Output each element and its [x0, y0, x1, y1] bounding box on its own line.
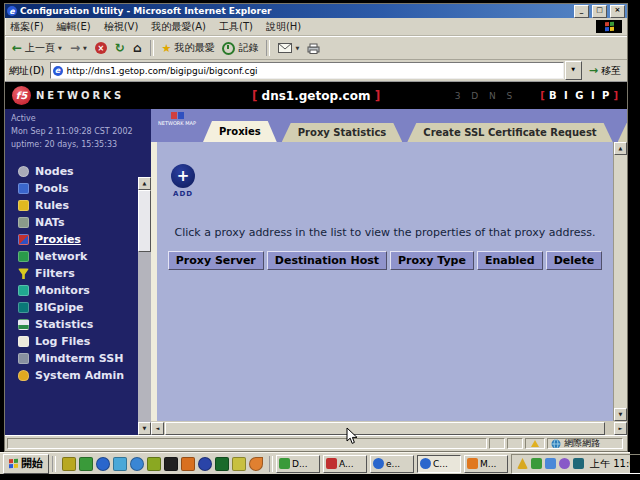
sidebar-item-nodes[interactable]: Nodes [5, 163, 151, 180]
sidebar-item-proxies[interactable]: Proxies [5, 231, 151, 248]
tray-icon-2[interactable] [531, 458, 542, 469]
tray-icon-3[interactable] [545, 458, 556, 469]
bracket-left: [ [252, 89, 257, 103]
taskbar-window-4-active[interactable]: C... [417, 455, 461, 473]
column-destination-host[interactable]: Destination Host [267, 251, 387, 270]
tab-install-ssl-certificate[interactable]: Install SSL Certifi [618, 123, 627, 142]
sidebar-item-mindterm-ssh[interactable]: Mindterm SSH [5, 350, 151, 367]
maximize-button[interactable]: □ [592, 5, 607, 18]
sidebar-scrollbar[interactable]: ▲ ▼ [138, 177, 151, 435]
favorites-label: 我的最愛 [174, 41, 214, 55]
sidebar-item-system-admin[interactable]: System Admin [5, 367, 151, 384]
quicklaunch-icon-2[interactable] [79, 457, 93, 471]
scrollbar-thumb[interactable] [165, 422, 605, 435]
scroll-up-icon[interactable]: ▲ [138, 177, 151, 190]
address-dropdown-button[interactable]: ▼ [565, 61, 582, 80]
menu-tools[interactable]: 工具(T) [219, 20, 253, 34]
tab-create-ssl-certificate-request[interactable]: Create SSL Certificate Request [407, 123, 612, 142]
scroll-left-icon[interactable]: ◄ [151, 422, 164, 435]
scrollbar-thumb[interactable] [138, 190, 151, 252]
tray-icon-1[interactable] [517, 458, 528, 469]
menu-help[interactable]: 說明(H) [266, 20, 301, 34]
tray-icon-5[interactable] [573, 458, 584, 469]
column-enabled[interactable]: Enabled [477, 251, 543, 270]
status-bar: 網際網路 [5, 435, 627, 451]
scroll-down-icon[interactable]: ▼ [614, 408, 627, 421]
network-map-icon [171, 112, 184, 119]
sidebar-item-rules[interactable]: Rules [5, 197, 151, 214]
quicklaunch-icon-11[interactable] [232, 457, 246, 471]
home-button[interactable]: ⌂ [130, 41, 145, 55]
scroll-up-icon[interactable]: ▲ [614, 142, 627, 155]
sidebar-item-bigpipe[interactable]: BIGpipe [5, 299, 151, 316]
sidebar-item-network[interactable]: Network [5, 248, 151, 265]
address-url: http://dns1.getop.com/bigipgui/bigconf.c… [67, 66, 258, 76]
back-button[interactable]: ← 上一頁 ▼ [9, 40, 65, 56]
content-wrap: + ADD Click a proxy address in the list … [151, 142, 627, 421]
window-title: Configuration Utility - Microsoft Intern… [20, 6, 571, 16]
add-proxy-control[interactable]: + ADD [169, 164, 197, 198]
system-status: Active Mon Sep 2 11:09:28 CST 2002 uptim… [11, 113, 147, 151]
page-body: Active Mon Sep 2 11:09:28 CST 2002 uptim… [5, 109, 627, 435]
refresh-button[interactable]: ↻ [112, 41, 128, 55]
sidebar-item-pools[interactable]: Pools [5, 180, 151, 197]
forward-dropdown-icon[interactable]: ▼ [83, 45, 87, 51]
quicklaunch-icon-12[interactable] [249, 457, 263, 471]
menu-edit[interactable]: 編輯(E) [57, 20, 91, 34]
quicklaunch-icon-7[interactable] [164, 457, 178, 471]
history-button[interactable]: 記錄 [219, 40, 261, 56]
stop-button[interactable]: × [92, 41, 110, 55]
vertical-scrollbar[interactable]: ▲ ▼ [613, 142, 627, 421]
quicklaunch-icon-10[interactable] [215, 457, 229, 471]
filters-icon [18, 268, 29, 279]
sidebar-item-logfiles[interactable]: Log Files [5, 333, 151, 350]
back-dropdown-icon[interactable]: ▼ [58, 45, 62, 51]
status-datetime: Mon Sep 2 11:09:28 CST 2002 [11, 126, 147, 139]
column-proxy-server[interactable]: Proxy Server [168, 251, 264, 270]
sidebar-item-filters[interactable]: Filters [5, 265, 151, 282]
scroll-down-icon[interactable]: ▼ [138, 422, 151, 435]
start-button[interactable]: 開始 [3, 454, 49, 474]
mail-dropdown-icon[interactable]: ▼ [295, 45, 299, 51]
sidebar-item-monitors[interactable]: Monitors [5, 282, 151, 299]
scroll-right-icon[interactable]: ► [614, 422, 627, 435]
globe-icon [551, 439, 561, 449]
taskbar-window-2[interactable]: A... [323, 455, 367, 473]
quicklaunch-icon-1[interactable] [62, 457, 76, 471]
stop-icon: × [95, 42, 107, 54]
menu-file[interactable]: 檔案(F) [10, 20, 44, 34]
print-button[interactable] [304, 42, 323, 55]
quicklaunch-icon-5[interactable] [130, 457, 144, 471]
taskbar-window-5[interactable]: M... [464, 455, 508, 473]
quicklaunch-icon-8[interactable] [181, 457, 195, 471]
taskbar-window-3[interactable]: e... [370, 455, 414, 473]
horizontal-scrollbar[interactable]: ◄ ► [151, 421, 627, 435]
app-icon [373, 458, 384, 469]
title-bar[interactable]: e Configuration Utility - Microsoft Inte… [5, 4, 627, 18]
menu-view[interactable]: 檢視(V) [104, 20, 139, 34]
forward-button[interactable]: → ▼ [67, 41, 90, 55]
tabs: Proxies Proxy Statistics Create SSL Cert… [203, 120, 627, 142]
taskbar-window-1[interactable]: D... [276, 455, 320, 473]
mail-button[interactable]: ▼ [275, 42, 302, 54]
minimize-button[interactable]: _ [574, 5, 589, 18]
network-map-button[interactable]: NETWORK MAP [154, 112, 200, 126]
favorites-button[interactable]: ★ 我的最愛 [159, 40, 218, 56]
add-button[interactable]: + [171, 164, 195, 188]
go-button[interactable]: → 移至 [587, 64, 623, 78]
quicklaunch-icon-3[interactable] [96, 457, 110, 471]
monitors-icon [18, 285, 29, 296]
quicklaunch-icon-9[interactable] [198, 457, 212, 471]
sidebar-item-statistics[interactable]: Statistics [5, 316, 151, 333]
quicklaunch-icon-4[interactable] [113, 457, 127, 471]
menu-favorites[interactable]: 我的最愛(A) [151, 20, 206, 34]
quicklaunch-icon-6[interactable] [147, 457, 161, 471]
column-proxy-type[interactable]: Proxy Type [390, 251, 474, 270]
address-input[interactable]: e http://dns1.getop.com/bigipgui/bigconf… [50, 62, 564, 79]
column-delete[interactable]: Delete [546, 251, 603, 270]
close-button[interactable]: × [610, 5, 625, 18]
tray-icon-4[interactable] [559, 458, 570, 469]
tab-proxy-statistics[interactable]: Proxy Statistics [282, 123, 403, 142]
sidebar-item-nats[interactable]: NATs [5, 214, 151, 231]
tab-proxies[interactable]: Proxies [203, 121, 277, 142]
